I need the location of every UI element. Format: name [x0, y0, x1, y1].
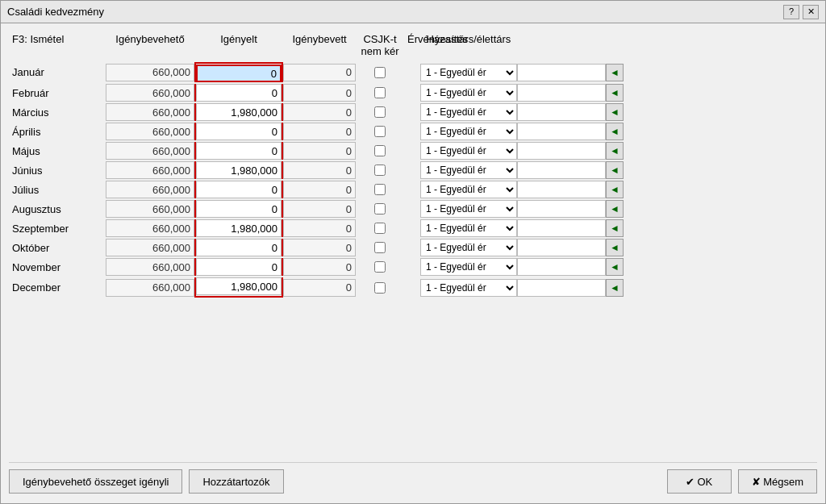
arrow-button[interactable]: ◄ — [606, 181, 624, 198]
hazastas-input[interactable] — [517, 64, 606, 81]
arrow-button[interactable]: ◄ — [606, 239, 624, 256]
month-label: Április — [9, 124, 106, 140]
igenyelt-input[interactable] — [196, 123, 282, 140]
ignybeveheto-input[interactable] — [106, 142, 194, 160]
csjk-checkbox[interactable] — [374, 282, 386, 294]
ignybeveheto-input[interactable] — [106, 200, 194, 218]
cancel-button[interactable]: ✘ Mégsem — [738, 469, 817, 494]
csjk-checkbox[interactable] — [374, 184, 386, 195]
hazastas-input[interactable] — [517, 123, 606, 140]
ervenyesites-select[interactable]: 1 - Egyedül ér2 - Megosztva3 - Mindkettő — [420, 219, 517, 237]
csjk-checkbox[interactable] — [374, 165, 386, 176]
ignybeveheto-input[interactable] — [106, 181, 194, 198]
arrow-button[interactable]: ◄ — [606, 200, 624, 218]
arrow-button[interactable]: ◄ — [606, 123, 624, 140]
ervenyesites-select[interactable]: 1 - Egyedül ér2 - Megosztva3 - Mindkettő — [420, 142, 517, 160]
csjk-cell — [356, 203, 404, 215]
arrow-button[interactable]: ◄ — [606, 84, 624, 102]
header-hazastas: Házastárs/élettárs — [420, 31, 517, 59]
ervenyesites-select[interactable]: 1 - Egyedül ér2 - Megosztva3 - Mindkettő — [420, 181, 517, 198]
arrow-button[interactable]: ◄ — [606, 258, 624, 276]
hazastas-input[interactable] — [517, 279, 606, 297]
igenyelt-input[interactable] — [196, 142, 282, 160]
csjk-checkbox[interactable] — [374, 87, 386, 98]
ignybeveheto-input[interactable] — [106, 258, 194, 276]
month-label: December — [9, 280, 106, 295]
hazastas-input[interactable] — [517, 258, 606, 276]
ignybeveheto-input[interactable] — [106, 161, 194, 179]
hazastas-input[interactable] — [517, 84, 606, 102]
arrow-button[interactable]: ◄ — [606, 64, 624, 81]
csjk-cell — [356, 184, 404, 195]
igenyelt-input[interactable] — [196, 200, 282, 218]
header-f3: F3: Ismétel — [9, 31, 106, 59]
ignybeveheto-input[interactable] — [106, 64, 194, 81]
hazastas-input[interactable] — [517, 239, 606, 256]
igenyelt-input[interactable] — [196, 181, 282, 198]
header-igenbevett: Igénybevett — [283, 31, 356, 59]
close-button[interactable]: ✕ — [803, 5, 819, 19]
table-row: December1 - Egyedül ér2 - Megosztva3 - M… — [9, 277, 817, 298]
arrow-button[interactable]: ◄ — [606, 219, 624, 237]
igeny-btn[interactable]: Igénybevehető összeget igényli — [9, 469, 182, 494]
hazastas-input[interactable] — [517, 200, 606, 218]
ervenyesites-select[interactable]: 1 - Egyedül ér2 - Megosztva3 - Mindkettő — [420, 200, 517, 218]
arrow-button[interactable]: ◄ — [606, 161, 624, 179]
igenbevett-input — [283, 142, 356, 160]
ervenyesites-select[interactable]: 1 - Egyedül ér2 - Megosztva3 - Mindkettő — [420, 258, 517, 276]
igenbevett-input — [283, 181, 356, 198]
csjk-checkbox[interactable] — [374, 106, 386, 118]
month-label: Szeptember — [9, 221, 106, 236]
csjk-checkbox[interactable] — [374, 242, 386, 253]
table-row: Április1 - Egyedül ér2 - Megosztva3 - Mi… — [9, 123, 817, 140]
igenbevett-input — [283, 123, 356, 140]
csjk-checkbox[interactable] — [374, 203, 386, 215]
ignybeveheto-input[interactable] — [106, 239, 194, 256]
igenyelt-input[interactable] — [196, 219, 282, 237]
csjk-cell — [356, 165, 404, 176]
ignybeveheto-input[interactable] — [106, 219, 194, 237]
arrow-button[interactable]: ◄ — [606, 103, 624, 121]
arrow-button[interactable]: ◄ — [606, 142, 624, 160]
ervenyesites-select[interactable]: 1 - Egyedül ér2 - Megosztva3 - Mindkettő — [420, 84, 517, 102]
csjk-cell — [356, 145, 404, 156]
igenbevett-input — [283, 161, 356, 179]
month-label: Október — [9, 240, 106, 256]
month-label: Január — [9, 65, 106, 80]
ervenyesites-select[interactable]: 1 - Egyedül ér2 - Megosztva3 - Mindkettő — [420, 64, 517, 81]
csjk-checkbox[interactable] — [374, 67, 386, 78]
igenyelt-input[interactable] — [196, 84, 282, 102]
ignybeveheto-input[interactable] — [106, 103, 194, 121]
ignybeveheto-input[interactable] — [106, 84, 194, 102]
csjk-checkbox[interactable] — [374, 223, 386, 234]
ignybeveheto-input[interactable] — [106, 123, 194, 140]
hazastas-input[interactable] — [517, 181, 606, 198]
igenyelt-input[interactable] — [196, 65, 282, 82]
ervenyesites-select[interactable]: 1 - Egyedül ér2 - Megosztva3 - Mindkettő — [420, 161, 517, 179]
help-button[interactable]: ? — [783, 5, 799, 19]
table-row: Július1 - Egyedül ér2 - Megosztva3 - Min… — [9, 181, 817, 198]
hazastas-input[interactable] — [517, 161, 606, 179]
ervenyesites-select[interactable]: 1 - Egyedül ér2 - Megosztva3 - Mindkettő — [420, 239, 517, 256]
hazastas-input[interactable] — [517, 142, 606, 160]
hazastas-input[interactable] — [517, 103, 606, 121]
igenyelt-input[interactable] — [196, 239, 282, 256]
hozzatartozok-btn[interactable]: Hozzátartozók — [189, 469, 283, 494]
csjk-checkbox[interactable] — [374, 145, 386, 156]
csjk-cell — [356, 242, 404, 253]
ignybeveheto-input[interactable] — [106, 279, 194, 297]
hazastas-input[interactable] — [517, 219, 606, 237]
ervenyesites-select[interactable]: 1 - Egyedül ér2 - Megosztva3 - Mindkettő — [420, 123, 517, 140]
igenbevett-input — [283, 103, 356, 121]
igenyelt-input[interactable] — [196, 277, 282, 295]
arrow-button[interactable]: ◄ — [606, 279, 624, 297]
ok-button[interactable]: ✔ OK — [667, 469, 732, 494]
igenyelt-input[interactable] — [196, 161, 282, 179]
igenyelt-input[interactable] — [196, 103, 282, 121]
ervenyesites-select[interactable]: 1 - Egyedül ér2 - Megosztva3 - Mindkettő — [420, 279, 517, 297]
csjk-checkbox[interactable] — [374, 261, 386, 273]
csjk-checkbox[interactable] — [374, 126, 386, 137]
ervenyesites-select[interactable]: 1 - Egyedül ér2 - Megosztva3 - Mindkettő — [420, 103, 517, 121]
igenyelt-input[interactable] — [196, 258, 282, 276]
table-header: F3: Ismétel Igénybevehető Igényelt Igény… — [9, 30, 817, 60]
